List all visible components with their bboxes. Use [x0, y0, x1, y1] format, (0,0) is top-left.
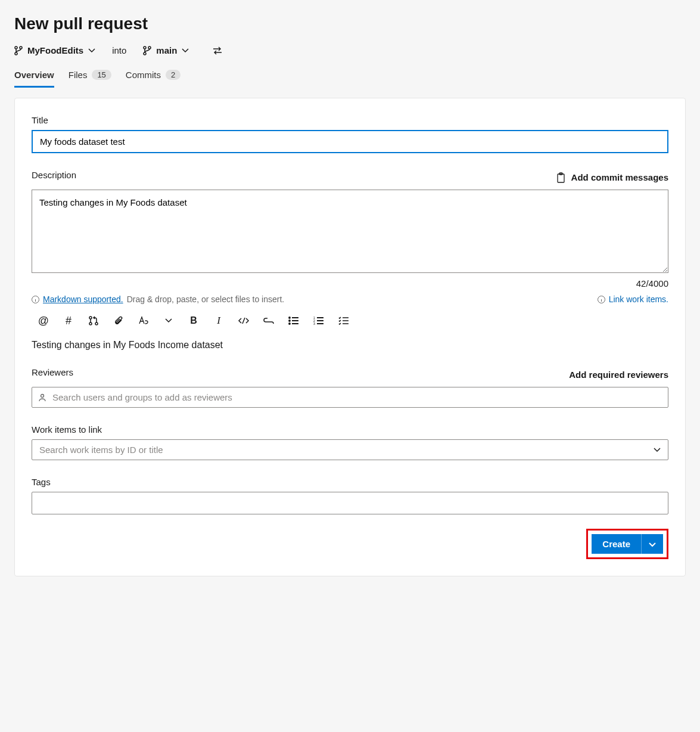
bullet-list-icon[interactable]	[288, 315, 300, 327]
bold-icon[interactable]: B	[188, 315, 200, 327]
hash-icon[interactable]: #	[63, 315, 74, 327]
svg-text:3: 3	[313, 322, 315, 325]
svg-point-13	[289, 317, 290, 318]
clipboard-icon	[556, 172, 565, 183]
svg-point-4	[148, 46, 151, 49]
svg-point-3	[144, 46, 146, 49]
branch-icon	[143, 46, 151, 55]
char-count: 42/4000	[32, 278, 668, 289]
tab-overview[interactable]: Overview	[14, 70, 54, 88]
chevron-down-icon	[182, 48, 189, 53]
chevron-down-icon	[654, 448, 661, 452]
svg-point-5	[144, 52, 146, 55]
mention-icon[interactable]: @	[38, 315, 49, 327]
target-branch-name: main	[156, 45, 177, 55]
svg-point-10	[89, 317, 92, 319]
info-icon	[32, 296, 39, 303]
work-items-dropdown[interactable]: Search work items by ID or title	[32, 439, 668, 460]
work-items-label: Work items to link	[32, 424, 668, 435]
target-branch-selector[interactable]: main	[143, 45, 189, 55]
create-button[interactable]: Create	[592, 534, 641, 554]
italic-icon[interactable]: I	[213, 315, 225, 327]
title-label: Title	[32, 115, 668, 125]
add-commit-messages-button[interactable]: Add commit messages	[556, 172, 668, 183]
tab-commits[interactable]: Commits 2	[126, 70, 181, 88]
tab-label: Files	[69, 70, 88, 80]
link-work-items-link[interactable]: Link work items.	[609, 294, 668, 304]
editor-toolbar: @ # B I 123	[32, 311, 668, 330]
info-icon	[598, 296, 605, 303]
svg-point-19	[41, 394, 44, 397]
svg-rect-6	[558, 174, 564, 182]
svg-point-11	[89, 322, 92, 325]
tab-count-badge: 2	[166, 70, 181, 80]
link-icon[interactable]	[263, 315, 275, 327]
numbered-list-icon[interactable]: 123	[313, 315, 325, 327]
add-required-reviewers-button[interactable]: Add required reviewers	[569, 370, 668, 380]
page-title: New pull request	[14, 14, 686, 33]
attach-icon[interactable]	[113, 315, 125, 327]
chevron-down-icon	[88, 48, 95, 53]
create-button-highlight: Create	[586, 529, 668, 559]
chevron-down-icon[interactable]	[163, 315, 175, 327]
tab-label: Overview	[14, 70, 54, 80]
checklist-icon[interactable]	[338, 315, 350, 327]
chevron-down-icon	[649, 542, 656, 547]
markdown-supported-link[interactable]: Markdown supported.	[43, 294, 123, 304]
add-commit-messages-label: Add commit messages	[571, 172, 668, 182]
description-textarea[interactable]	[32, 190, 668, 273]
svg-point-15	[289, 323, 290, 324]
tabs-row: Overview Files 15 Commits 2	[14, 70, 686, 88]
description-label: Description	[32, 170, 76, 180]
create-split-button: Create	[592, 534, 663, 554]
branch-selector-row: MyFoodEdits into main	[14, 45, 686, 55]
svg-point-0	[15, 46, 17, 49]
svg-point-1	[20, 46, 22, 49]
tags-input[interactable]	[32, 492, 668, 514]
code-icon[interactable]	[238, 315, 250, 327]
reviewers-input[interactable]	[52, 392, 662, 402]
svg-point-14	[289, 320, 290, 321]
svg-point-2	[15, 52, 17, 55]
add-required-reviewers-label: Add required reviewers	[569, 370, 668, 380]
reviewers-input-wrap[interactable]	[32, 387, 668, 408]
create-dropdown-button[interactable]	[641, 534, 663, 554]
tags-label: Tags	[32, 477, 668, 487]
person-icon	[38, 393, 46, 402]
title-input[interactable]	[32, 130, 668, 153]
branch-icon	[14, 46, 23, 55]
reviewers-label: Reviewers	[32, 367, 73, 377]
tab-count-badge: 15	[92, 70, 111, 80]
source-branch-selector[interactable]: MyFoodEdits	[14, 45, 95, 55]
work-items-placeholder: Search work items by ID or title	[39, 445, 163, 455]
form-panel: Title Description Add commit messages 42…	[14, 98, 686, 576]
tab-label: Commits	[126, 70, 161, 80]
swap-branches-icon[interactable]	[213, 46, 222, 55]
drag-hint: Drag & drop, paste, or select files to i…	[127, 294, 285, 304]
source-branch-name: MyFoodEdits	[27, 45, 83, 55]
into-label: into	[112, 45, 126, 55]
svg-point-12	[95, 322, 98, 325]
description-preview: Testing changes in My Foods Income datas…	[32, 340, 668, 351]
tab-files[interactable]: Files 15	[69, 70, 111, 88]
font-style-icon[interactable]	[138, 315, 150, 327]
pull-request-icon[interactable]	[88, 315, 99, 327]
